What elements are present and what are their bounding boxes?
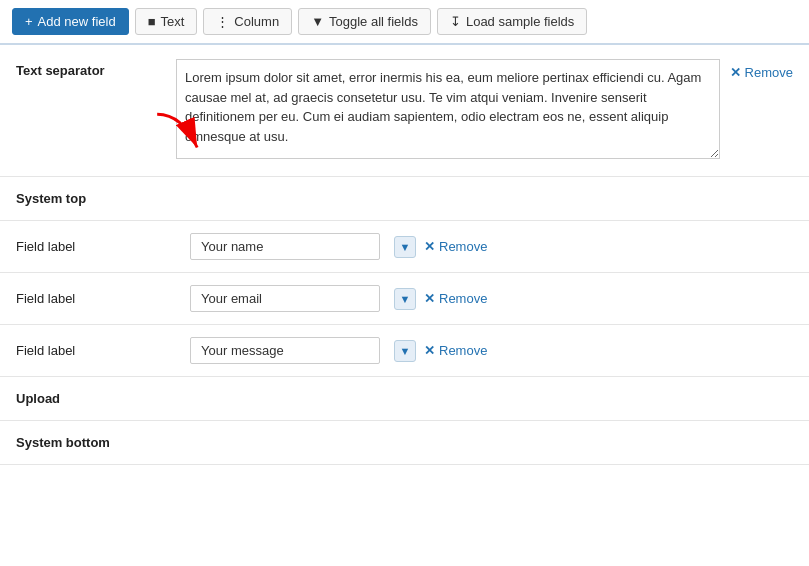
system-bottom-row: System bottom xyxy=(0,421,809,465)
remove-x-icon: ✕ xyxy=(730,65,741,80)
text-separator-row: Text separator Lorem ipsum dolor sit ame… xyxy=(0,45,809,177)
field-input-0[interactable] xyxy=(190,233,380,260)
chevron-down-icon-1[interactable]: ▼ xyxy=(394,288,416,310)
system-bottom-label: System bottom xyxy=(16,431,110,450)
field-actions-0: ▼ ✕ Remove xyxy=(394,236,487,258)
field-label-2: Field label xyxy=(16,343,176,358)
text-separator-content: Lorem ipsum dolor sit amet, error inermi… xyxy=(176,59,793,162)
field-input-1[interactable] xyxy=(190,285,380,312)
field-row-2: Field label ▼ ✕ Remove xyxy=(0,325,809,377)
chevron-down-icon-0[interactable]: ▼ xyxy=(394,236,416,258)
remove-x-icon-2: ✕ xyxy=(424,343,435,358)
remove-x-icon-0: ✕ xyxy=(424,239,435,254)
toolbar: + Add new field ■ Text ⋮ Column ▼ Toggle… xyxy=(0,0,809,45)
text-separator-remove-button[interactable]: ✕ Remove xyxy=(730,59,793,80)
upload-label: Upload xyxy=(16,387,60,406)
text-separator-textarea[interactable]: Lorem ipsum dolor sit amet, error inermi… xyxy=(176,59,720,159)
load-icon: ↧ xyxy=(450,14,461,29)
upload-row: Upload xyxy=(0,377,809,421)
remove-x-icon-1: ✕ xyxy=(424,291,435,306)
chevron-down-icon-2[interactable]: ▼ xyxy=(394,340,416,362)
field-row-1: Field label ▼ ✕ Remove xyxy=(0,273,809,325)
text-separator-label: Text separator xyxy=(16,59,176,78)
main-content: Text separator Lorem ipsum dolor sit ame… xyxy=(0,45,809,465)
field-label-0: Field label xyxy=(16,239,176,254)
field-row-0: Field label ▼ ✕ Remove xyxy=(0,221,809,273)
remove-button-0[interactable]: ✕ Remove xyxy=(424,239,487,254)
text-button[interactable]: ■ Text xyxy=(135,8,198,35)
load-sample-fields-button[interactable]: ↧ Load sample fields xyxy=(437,8,587,35)
plus-icon: + xyxy=(25,14,33,29)
remove-button-2[interactable]: ✕ Remove xyxy=(424,343,487,358)
field-actions-1: ▼ ✕ Remove xyxy=(394,288,487,310)
textarea-wrap: Lorem ipsum dolor sit amet, error inermi… xyxy=(176,59,720,162)
system-top-label: System top xyxy=(16,187,86,206)
toggle-icon: ▼ xyxy=(311,14,324,29)
remove-button-1[interactable]: ✕ Remove xyxy=(424,291,487,306)
field-label-1: Field label xyxy=(16,291,176,306)
column-button[interactable]: ⋮ Column xyxy=(203,8,292,35)
column-icon: ⋮ xyxy=(216,14,229,29)
system-top-row: System top xyxy=(0,177,809,221)
text-icon: ■ xyxy=(148,14,156,29)
add-new-field-button[interactable]: + Add new field xyxy=(12,8,129,35)
field-input-2[interactable] xyxy=(190,337,380,364)
field-actions-2: ▼ ✕ Remove xyxy=(394,340,487,362)
toggle-all-fields-button[interactable]: ▼ Toggle all fields xyxy=(298,8,431,35)
